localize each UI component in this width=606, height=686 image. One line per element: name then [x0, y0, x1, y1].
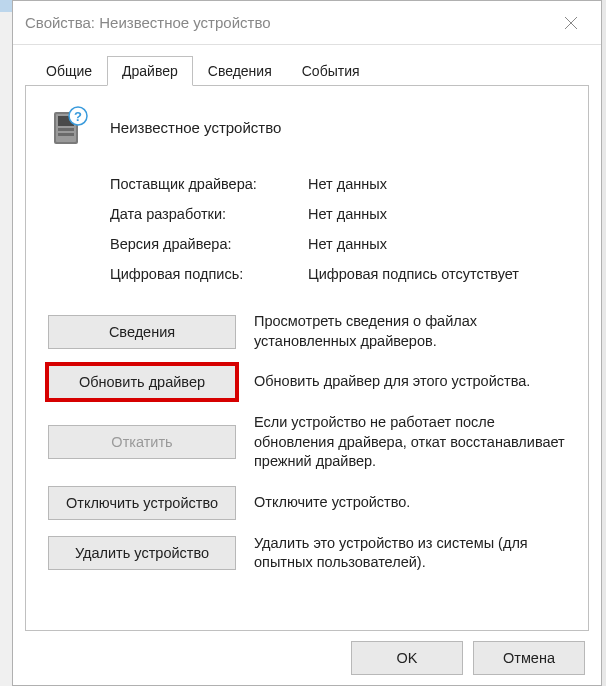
disable-button[interactable]: Отключить устройство [48, 486, 236, 520]
ok-button[interactable]: OK [351, 641, 463, 675]
version-value: Нет данных [308, 236, 566, 252]
dialog-footer: OK Отмена [13, 631, 601, 685]
titlebar: Свойства: Неизвестное устройство [13, 1, 601, 45]
date-value: Нет данных [308, 206, 566, 222]
action-rollback: Откатить Если устройство не работает пос… [48, 413, 566, 472]
update-driver-button[interactable]: Обновить драйвер [48, 365, 236, 399]
date-label: Дата разработки: [110, 206, 308, 222]
action-details: Сведения Просмотреть сведения о файлах у… [48, 312, 566, 351]
uninstall-desc: Удалить это устройство из системы (для о… [254, 534, 566, 573]
signer-label: Цифровая подпись: [110, 266, 308, 282]
action-update: Обновить драйвер Обновить драйвер для эт… [48, 365, 566, 399]
info-row-version: Версия драйвера: Нет данных [110, 236, 566, 252]
svg-rect-5 [58, 128, 74, 131]
info-row-date: Дата разработки: Нет данных [110, 206, 566, 222]
rollback-button: Откатить [48, 425, 236, 459]
details-desc: Просмотреть сведения о файлах установлен… [254, 312, 566, 351]
device-name: Неизвестное устройство [110, 119, 281, 136]
rollback-desc: Если устройство не работает после обновл… [254, 413, 566, 472]
signer-value: Цифровая подпись отсутствует [308, 266, 566, 282]
driver-panel: ? Неизвестное устройство Поставщик драйв… [26, 86, 588, 597]
details-button[interactable]: Сведения [48, 315, 236, 349]
update-desc: Обновить драйвер для этого устройства. [254, 372, 566, 392]
info-row-signer: Цифровая подпись: Цифровая подпись отсут… [110, 266, 566, 282]
disable-desc: Отключите устройство. [254, 493, 566, 513]
uninstall-button[interactable]: Удалить устройство [48, 536, 236, 570]
driver-info: Поставщик драйвера: Нет данных Дата разр… [110, 176, 566, 282]
close-button[interactable] [553, 5, 589, 41]
tab-strip: Общие Драйвер Сведения События [13, 45, 601, 85]
info-row-provider: Поставщик драйвера: Нет данных [110, 176, 566, 192]
close-icon [564, 16, 578, 30]
version-label: Версия драйвера: [110, 236, 308, 252]
provider-label: Поставщик драйвера: [110, 176, 308, 192]
tab-driver[interactable]: Драйвер [107, 56, 193, 86]
properties-dialog: Свойства: Неизвестное устройство Общие Д… [12, 0, 602, 686]
svg-text:?: ? [74, 109, 82, 124]
device-icon: ? [48, 106, 90, 148]
cancel-button[interactable]: Отмена [473, 641, 585, 675]
action-disable: Отключить устройство Отключите устройств… [48, 486, 566, 520]
tab-events[interactable]: События [287, 56, 375, 86]
action-uninstall: Удалить устройство Удалить это устройств… [48, 534, 566, 573]
tab-details[interactable]: Сведения [193, 56, 287, 86]
background-strip [0, 0, 12, 686]
window-title: Свойства: Неизвестное устройство [25, 14, 271, 31]
device-header: ? Неизвестное устройство [48, 106, 566, 148]
provider-value: Нет данных [308, 176, 566, 192]
svg-rect-6 [58, 133, 74, 136]
tab-general[interactable]: Общие [31, 56, 107, 86]
tab-content: ? Неизвестное устройство Поставщик драйв… [25, 85, 589, 631]
